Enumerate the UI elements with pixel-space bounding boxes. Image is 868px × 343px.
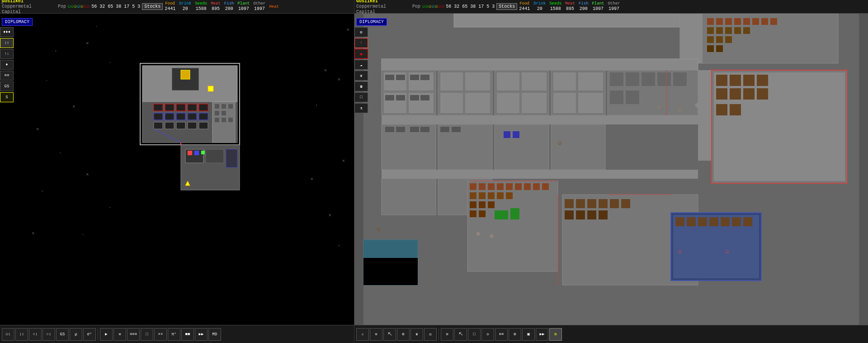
right-sidebar-btn-6[interactable]: ☎ [354,81,368,91]
right-bottom-btn-8[interactable]: ⛏ [454,328,467,341]
right-meat: Meat 895 [565,1,575,12]
left-stocks-button[interactable]: Stocks [142,3,163,10]
left-bottom-btn-1[interactable]: ☺↕ [2,328,14,341]
svg-rect-98 [673,72,687,86]
svg-rect-167 [599,210,608,219]
right-bottom-btn-13[interactable]: ▣ [522,328,535,341]
left-bottom-btn-5[interactable]: GS [56,328,69,341]
right-bottom-btn-3[interactable]: ⛏ [383,328,396,341]
right-fortress-subtype: Capital [356,10,410,15]
right-bottom-btn-14[interactable]: ▶▶ [536,328,548,341]
right-bottom-btn-10[interactable]: ◇ [481,328,494,341]
right-other-label: Other [608,1,620,6]
left-sidebar-btn-6[interactable]: GS [0,81,14,91]
right-diplomacy-button[interactable]: DIPLOMACY [356,18,387,26]
right-bottom-btn-12[interactable]: ⚙ [509,328,521,341]
left-pop-label: Pop [58,4,66,9]
right-bottom-btn-15[interactable]: ⚙ [549,328,562,341]
svg-rect-28 [228,118,233,122]
right-bottom-btn-4[interactable]: ⚙ [397,328,410,341]
left-diplomacy-button[interactable]: DIPLOMACY [2,18,33,26]
svg-rect-100 [626,91,639,104]
right-bottom-btn-7[interactable]: ⚒ [441,328,453,341]
left-bottom-btn-8[interactable]: ▶ [100,328,113,341]
left-bottom-btn-2[interactable]: ↕↕ [15,328,28,341]
svg-rect-24 [215,111,219,115]
left-bottom-btn-13[interactable]: π° [168,328,180,341]
right-game-canvas[interactable]: ☺ ☺ ☺ [354,14,868,325]
svg-text:☺: ☺ [476,231,480,237]
right-fish-value: 200 [580,6,588,12]
right-sidebar-btn-1[interactable]: ⚙ [354,27,368,37]
left-bottom-btn-9[interactable]: ⚒ [113,328,126,341]
left-bottom-btn-6[interactable]: μ [70,328,82,341]
right-plant-label: Plant [592,1,604,6]
svg-rect-52 [770,18,777,25]
right-sidebar-btn-3[interactable]: ◉ [354,49,368,59]
left-panel: × Gusilkel Coppermetal Capital Pop ☺ ☺ ☺… [0,0,354,343]
svg-rect-80 [440,93,463,113]
left-sidebar-btn-2[interactable]: ↕↕ [0,38,14,48]
right-pop-icon-1: ☺ [422,4,425,9]
left-bottom-btn-11[interactable]: □ [141,328,153,341]
left-sidebar-btn-5[interactable]: ≡≡ [0,71,14,81]
left-game-canvas[interactable]: × × ' . × × . × ' × . × × × ' . × × . ' … [18,14,354,325]
left-other-value: 1997 [254,6,265,12]
svg-rect-81 [465,93,490,113]
left-sidebar-btn-7[interactable]: S [0,92,14,102]
right-other: Other 1997 [608,1,620,12]
left-bottom-btn-16[interactable]: MD [208,328,221,341]
svg-rect-75 [410,95,419,100]
right-bottom-btn-9[interactable]: □ [468,328,481,341]
right-seeds-value: 1588 [550,6,561,12]
left-drink-value: 20 [183,6,188,12]
right-sidebar-btn-7[interactable]: □ [354,92,368,102]
right-sidebar-btn-5[interactable]: ♛ [354,71,368,81]
right-bottom-btn-1[interactable]: ⚔ [356,328,369,341]
zoom-marker-14: × [310,176,313,182]
left-fish-label: Fish [224,1,234,6]
left-meat: Meat 895 [211,1,221,12]
left-bottom-bar: ☺↕ ↕↕ ○↕ ○↕ GS μ σ° ▶ ⚒ ≡≡≡ □ ×× π° ■■ ▶… [0,325,354,343]
left-sidebar-btn-4[interactable]: ♦ [0,60,14,70]
right-sidebar-btn-8[interactable]: ⚗ [354,103,368,113]
right-bottom-btn-5[interactable]: ♛ [410,328,423,341]
left-sidebar-btn-1[interactable]: ♦♦♦ [0,27,14,37]
right-sidebar-btn-2[interactable]: ! [354,38,368,48]
svg-rect-150 [524,183,531,190]
left-sidebar: ♦♦♦ ↕↕ ↑↓ ♦ ≡≡ GS S [0,27,18,102]
right-food-label: Food [519,1,529,6]
svg-rect-136 [488,183,495,190]
left-fortress-subtype: Capital [2,10,56,15]
right-sidebar-btn-4[interactable]: ☁ [354,60,368,70]
left-bottom-btn-3[interactable]: ○↕ [29,328,42,341]
svg-rect-5 [154,104,163,111]
svg-rect-171 [687,217,696,226]
svg-rect-46 [716,18,723,25]
svg-rect-94 [610,72,623,86]
left-bottom-btn-12[interactable]: ×× [154,328,167,341]
right-plant: Plant 1097 [592,1,604,12]
svg-rect-84 [522,72,547,91]
right-stocks-button[interactable]: Stocks [496,3,517,10]
right-bottom-btn-2[interactable]: ⚒ [370,328,382,341]
svg-rect-15 [154,122,163,129]
svg-rect-141 [488,192,495,199]
svg-rect-48 [734,18,741,25]
right-bottom-btn-11[interactable]: ≡≡ [495,328,508,341]
svg-rect-125 [440,127,449,132]
svg-rect-151 [533,183,540,190]
left-plant-value: 1097 [238,6,249,12]
left-sidebar-btn-3[interactable]: ↑↓ [0,49,14,59]
left-bottom-btn-14[interactable]: ■■ [181,328,194,341]
close-left-button[interactable]: × [1,1,4,6]
svg-rect-54 [716,27,723,34]
left-bottom-btn-10[interactable]: ≡≡≡ [127,328,140,341]
right-drink: Drink 20 [533,1,546,12]
svg-rect-7 [176,104,185,111]
left-bottom-btn-7[interactable]: σ° [83,328,96,341]
svg-rect-99 [610,91,623,104]
left-bottom-btn-15[interactable]: ▶▶ [195,328,208,341]
left-bottom-btn-4[interactable]: ○↕ [42,328,55,341]
right-bottom-btn-6[interactable]: ⚖ [424,328,437,341]
